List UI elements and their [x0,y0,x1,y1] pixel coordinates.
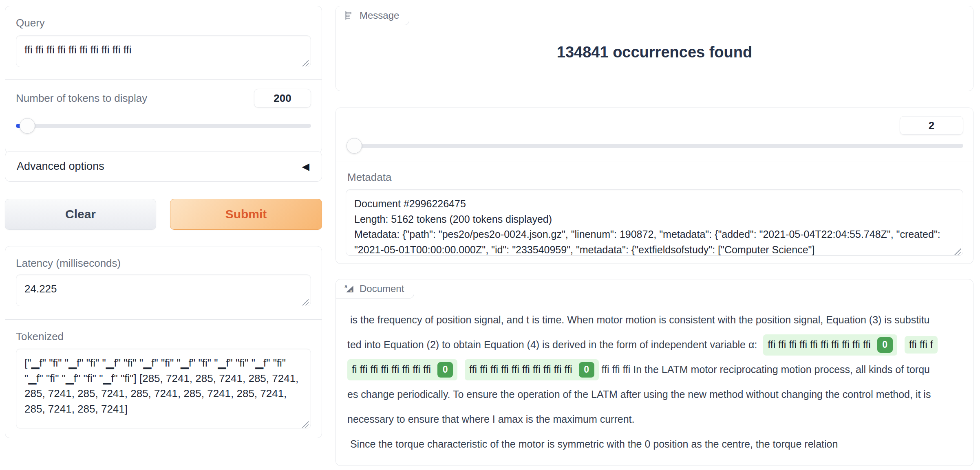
advanced-options-label: Advanced options [17,160,104,173]
document-line: fi ffi ffi ffi ffi ffi ffi ffi0ffi ffi f… [347,357,969,382]
svg-text:a: a [350,288,352,293]
document-plain-text: es change periodically. To ensure the op… [347,389,931,400]
token-score-badge: 0 [877,337,893,353]
highlighted-text-icon: a a [344,283,355,294]
highlighted-token-span: ffi ffi ffi ffi ffi ffi ffi ffi ffi ffi0 [465,359,598,380]
document-tab-label: Document [360,283,404,294]
clear-button[interactable]: Clear [5,199,156,230]
document-plain-text: Since the torque characteristic of the m… [347,438,838,450]
highlighted-token-text: ffi ffi ffi ffi ffi ffi ffi ffi ffi ffi [768,339,870,351]
query-label: Query [16,17,311,29]
highlighted-token-text: ffi ffi f [909,339,933,351]
slider-handle[interactable] [347,138,362,154]
tokens-slider-label: Number of tokens to display [16,92,147,105]
document-plain-text: ted into Equation (2) to obtain Equation… [347,339,760,351]
document-plain-text: necessary to ensure that where I amax is… [347,413,634,425]
chevron-left-icon[interactable]: ◀ [302,161,309,172]
document-line: ted into Equation (2) to obtain Equation… [347,332,969,357]
advanced-options-accordion[interactable]: Advanced options ◀ [5,151,322,182]
slider-track[interactable] [16,124,311,128]
tokens-slider[interactable] [16,118,311,134]
highlighted-token-text: fi ffi ffi ffi ffi ffi ffi ffi [352,364,431,376]
metadata-output[interactable]: Document #2996226475 Length: 5162 tokens… [346,189,963,256]
latency-label: Latency (milliseconds) [16,257,311,270]
message-card: Message 134841 occurrences found [335,6,973,91]
svg-text:a: a [344,283,347,289]
document-line: es change periodically. To ensure the op… [347,382,969,407]
latency-tokenized-card: Latency (milliseconds) 24.225 Tokenized … [5,246,322,438]
occurrences-heading: 134841 occurrences found [336,6,973,91]
tokenized-label: Tokenized [16,330,311,343]
document-line: Since the torque characteristic of the m… [347,432,969,457]
document-card: a a Document is the frequency of positio… [335,279,973,466]
tokens-number-input[interactable] [254,89,311,108]
token-score-badge: 0 [579,362,594,378]
document-tab: a a Document [336,279,414,299]
document-line: is the frequency of position signal, and… [347,307,969,332]
document-line: necessary to ensure that where I amax is… [347,407,969,432]
token-score-badge: 0 [437,362,453,378]
document-text: is the frequency of position signal, and… [347,307,969,457]
query-card: Query ffi ffi ffi ffi ffi ffi ffi ffi ff… [5,6,322,153]
doc-index-metadata-card: Metadata Document #2996226475 Length: 51… [335,108,973,264]
highlighted-token-text: ffi ffi ffi ffi ffi ffi ffi ffi ffi ffi [469,364,572,376]
slider-handle[interactable] [20,118,35,134]
submit-button[interactable]: Submit [170,199,322,230]
doc-index-slider[interactable] [347,138,963,154]
metadata-label: Metadata [347,171,391,184]
document-plain-text: ffi ffi ffi In the LATM motor reciprocat… [599,364,930,376]
latency-output[interactable]: 24.225 [16,275,311,306]
doc-index-number-input[interactable] [900,116,963,135]
highlighted-token-span: ffi ffi f [905,336,938,354]
tokenized-output[interactable]: ["▁f" "fi" "▁f" "fi" "▁f" "fi" "▁f" "fi"… [16,349,311,428]
query-input[interactable]: ffi ffi ffi ffi ffi ffi ffi ffi ffi ffi [16,35,311,67]
slider-track[interactable] [347,144,963,148]
document-plain-text: is the frequency of position signal, and… [347,314,930,326]
highlighted-token-span: fi ffi ffi ffi ffi ffi ffi ffi0 [347,359,457,380]
highlighted-token-span: ffi ffi ffi ffi ffi ffi ffi ffi ffi ffi0 [763,334,897,356]
divider [336,162,973,162]
